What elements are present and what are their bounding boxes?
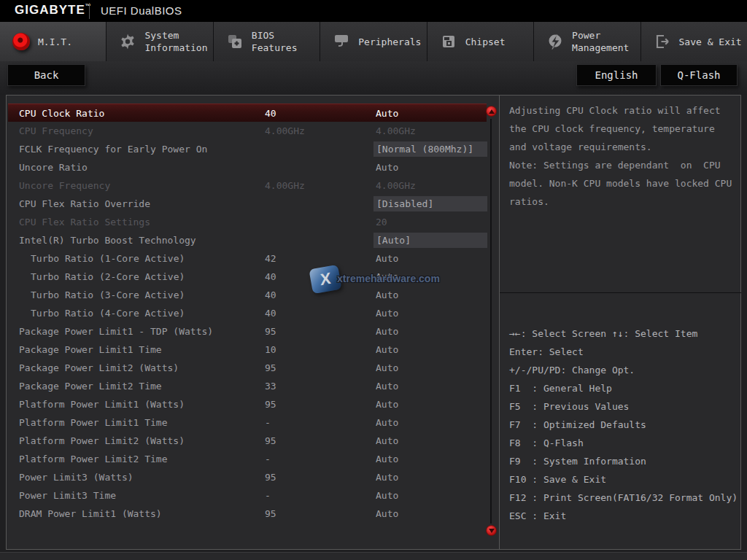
help-line: and voltage requirements. [509, 138, 737, 156]
setting-option-value: [Disabled] [374, 196, 487, 211]
bios-screen: GIGABYTE™ UEFI DualBIOS M.I.T.System Inf… [0, 0, 747, 560]
setting-label: Uncore Frequency [19, 176, 110, 195]
top-bar: GIGABYTE™ UEFI DualBIOS [0, 0, 747, 22]
back-button[interactable]: Back [7, 64, 85, 86]
setting-label: Package Power Limit1 - TDP (Watts) [19, 322, 213, 341]
language-button[interactable]: English [576, 64, 657, 86]
setting-option-value: [Auto] [374, 233, 487, 248]
tab-power-management[interactable]: Power Management [534, 22, 640, 61]
setting-row[interactable]: CPU Frequency4.00GHz4.00GHz [8, 122, 487, 140]
setting-row[interactable]: Power Limit3 (Watts)95Auto [8, 468, 487, 486]
tab-label: Peripherals [358, 36, 421, 48]
setting-option-value: [Normal (800Mhz)] [374, 141, 487, 157]
setting-label: FCLK Frequency for Early Power On [19, 140, 207, 158]
setting-option-value: 4.00GHz [376, 176, 416, 195]
setting-row[interactable]: CPU Clock Ratio40Auto [8, 104, 487, 122]
help-line: ratios. [509, 192, 737, 211]
setting-label: CPU Frequency [19, 122, 93, 140]
scrollbar-track[interactable] [490, 119, 492, 524]
tab-bios-features[interactable]: BIOS Features [214, 22, 320, 61]
setting-row[interactable]: Intel(R) Turbo Boost Technology[Auto] [8, 231, 487, 249]
tab-label: System Information [144, 29, 207, 54]
setting-label: Package Power Limit1 Time [19, 341, 162, 359]
sub-bar: Back English Q-Flash [0, 61, 747, 95]
setting-option-value: Auto [376, 268, 398, 286]
setting-label: Turbo Ratio (3-Core Active) [31, 286, 185, 304]
setting-label: Power Limit3 Time [19, 486, 116, 505]
setting-label: Platform Power Limit1 Time [19, 413, 168, 432]
setting-label: Turbo Ratio (2-Core Active) [31, 268, 185, 286]
setting-row[interactable]: Uncore Frequency4.00GHz4.00GHz [8, 176, 487, 195]
setting-option-value: Auto [376, 341, 398, 359]
tab-peripherals[interactable]: Peripherals [320, 22, 427, 61]
setting-current-value: 95 [265, 322, 276, 341]
setting-row[interactable]: Platform Power Limit1 (Watts)95Auto [8, 395, 487, 413]
setting-row[interactable]: CPU Flex Ratio Settings20 [8, 213, 487, 231]
setting-option-value: Auto [376, 104, 398, 122]
help-text: Adjusting CPU Clock ratio will affectthe… [509, 101, 737, 211]
key-binding-line: Enter: Select [509, 343, 740, 361]
key-legend: →←: Select Screen ↑↓: Select ItemEnter: … [509, 324, 740, 525]
save-exit-icon [653, 32, 672, 51]
key-binding-line: F7 : Optimized Defaults [509, 416, 740, 434]
setting-label: Power Limit3 (Watts) [19, 468, 133, 486]
setting-row[interactable]: Uncore RatioAuto [8, 158, 487, 176]
setting-current-value: 33 [265, 377, 276, 395]
setting-label: Package Power Limit2 (Watts) [19, 359, 179, 377]
qflash-button[interactable]: Q-Flash [660, 64, 738, 86]
setting-row[interactable]: Package Power Limit2 Time33Auto [8, 377, 487, 395]
setting-row[interactable]: DRAM Power Limit1 (Watts)95Auto [8, 505, 487, 523]
setting-row[interactable]: Power Limit3 Time-Auto [8, 486, 487, 505]
key-binding-line: F5 : Previous Values [509, 397, 740, 416]
setting-option-value: Auto [376, 486, 398, 505]
tab-save-exit[interactable]: Save & Exit [641, 22, 747, 61]
setting-row[interactable]: Turbo Ratio (1-Core Active)42Auto [8, 249, 487, 268]
tab-m-i-t[interactable]: M.I.T. [0, 22, 107, 61]
setting-row[interactable]: Package Power Limit1 Time10Auto [8, 341, 487, 359]
setting-option-value: Auto [376, 450, 398, 468]
setting-label: Uncore Ratio [19, 158, 88, 176]
topbar-divider [89, 3, 90, 19]
setting-current-value: 95 [265, 359, 276, 377]
setting-option-value: Auto [376, 304, 398, 322]
setting-row[interactable]: Platform Power Limit2 (Watts)95Auto [8, 432, 487, 450]
tab-chipset[interactable]: Chipset [427, 22, 534, 61]
chipset-icon [439, 32, 458, 51]
setting-row[interactable]: FCLK Frequency for Early Power On[Normal… [8, 140, 487, 158]
setting-option-value: Auto [376, 249, 398, 268]
setting-current-value: 95 [265, 432, 276, 450]
setting-row[interactable]: Turbo Ratio (2-Core Active)40Auto [8, 268, 487, 286]
power-bolt-icon [546, 32, 565, 51]
setting-row[interactable]: Package Power Limit1 - TDP (Watts)95Auto [8, 322, 487, 341]
setting-row[interactable]: Platform Power Limit1 Time-Auto [8, 413, 487, 432]
tab-label: Chipset [465, 36, 506, 48]
help-panel-divider [500, 292, 741, 293]
gear-icon [118, 32, 137, 51]
key-binding-line: →←: Select Screen ↑↓: Select Item [509, 324, 740, 343]
setting-current-value: 95 [265, 505, 276, 523]
mit-gauge-icon [12, 32, 31, 51]
setting-current-value: 95 [265, 468, 276, 486]
setting-current-value: 10 [265, 341, 276, 359]
peripherals-icon [332, 32, 351, 51]
scroll-up-icon[interactable] [486, 106, 497, 117]
key-binding-line: F8 : Q-Flash [509, 434, 740, 452]
help-line: model. Non-K CPU models have locked CPU [509, 174, 737, 192]
setting-row[interactable]: CPU Flex Ratio Override[Disabled] [8, 195, 487, 213]
scroll-down-icon[interactable] [486, 525, 497, 536]
setting-option-value: 20 [376, 213, 387, 231]
setting-option-value: Auto [376, 359, 398, 377]
key-binding-line: F9 : System Information [509, 452, 740, 470]
setting-row[interactable]: Package Power Limit2 (Watts)95Auto [8, 359, 487, 377]
setting-label: Platform Power Limit2 Time [19, 450, 168, 468]
bottom-strip [0, 552, 747, 560]
setting-option-value: Auto [376, 286, 398, 304]
setting-label: Platform Power Limit1 (Watts) [19, 395, 185, 413]
setting-row[interactable]: Turbo Ratio (4-Core Active)40Auto [8, 304, 487, 322]
setting-row[interactable]: Turbo Ratio (3-Core Active)40Auto [8, 286, 487, 304]
setting-label: CPU Flex Ratio Override [19, 195, 150, 213]
tab-system-information[interactable]: System Information [107, 22, 213, 61]
setting-option-value: Auto [376, 413, 398, 432]
setting-option-value: Auto [376, 505, 398, 523]
setting-row[interactable]: Platform Power Limit2 Time-Auto [8, 450, 487, 468]
